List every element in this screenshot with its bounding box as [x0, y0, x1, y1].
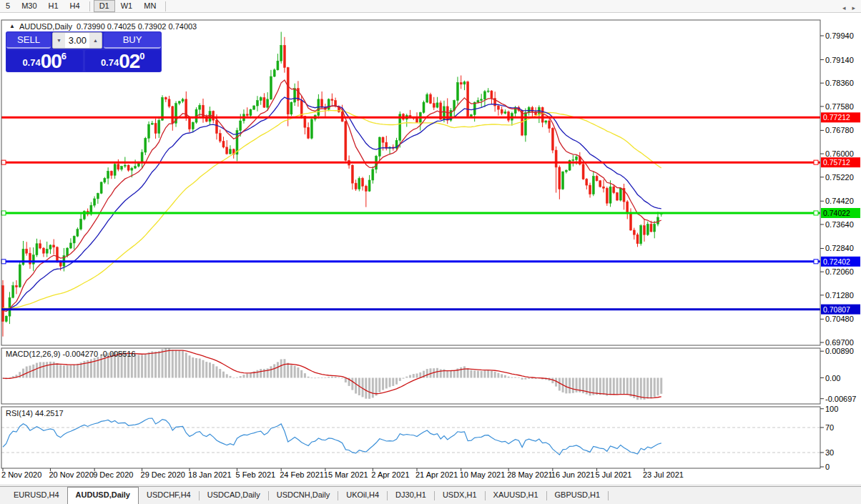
hline-0.74022[interactable]: 0.74022 — [1, 208, 860, 218]
date-axis: 2 Nov 202020 Nov 20209 Dec 202029 Dec 20… — [1, 468, 684, 479]
svg-text:0.77580: 0.77580 — [825, 102, 854, 111]
svg-text:0: 0 — [825, 463, 830, 471]
hline-price-tag-text: 0.72402 — [823, 257, 850, 266]
svg-text:20 Nov 2020: 20 Nov 2020 — [49, 470, 93, 479]
svg-text:0.00: 0.00 — [825, 374, 840, 382]
hline-handle[interactable] — [814, 211, 818, 215]
sell-button[interactable]: SELL — [6, 32, 51, 49]
sell-price-point: 6 — [62, 51, 67, 61]
hline-handle[interactable] — [814, 160, 818, 164]
svg-text:28 May 2021: 28 May 2021 — [507, 470, 553, 479]
rsi-indicator-label: RSI(14) 44.2517 — [6, 409, 64, 417]
svg-text:0.69700: 0.69700 — [825, 338, 854, 347]
hline-handle[interactable] — [814, 260, 818, 264]
svg-text:0.79940: 0.79940 — [825, 31, 854, 40]
svg-text:0.70480: 0.70480 — [825, 315, 854, 323]
svg-text:0.79140: 0.79140 — [825, 56, 854, 64]
chart-canvas[interactable]: 0.772120.757120.740220.724020.708070.799… — [0, 0, 861, 504]
svg-text:0.75220: 0.75220 — [825, 173, 854, 182]
svg-text:0.74420: 0.74420 — [825, 197, 854, 205]
svg-text:16 Jun 2021: 16 Jun 2021 — [551, 470, 595, 479]
hline-price-tag-text: 0.75712 — [823, 158, 850, 167]
sell-price-prefix: 0.74 — [22, 57, 40, 68]
svg-text:21 Apr 2021: 21 Apr 2021 — [415, 470, 458, 479]
volume-spinner: ▼ ▲ — [52, 32, 102, 49]
collapse-panel-icon[interactable]: ▲ — [9, 24, 15, 29]
hline-price-tag-text: 0.77212 — [823, 113, 850, 122]
svg-text:5 Feb 2021: 5 Feb 2021 — [235, 470, 275, 479]
volume-increase-button[interactable]: ▲ — [89, 33, 102, 48]
sell-price-display[interactable]: 0.74006 — [6, 50, 83, 71]
buy-price-point: 0 — [139, 51, 144, 61]
svg-text:0.73640: 0.73640 — [825, 220, 854, 229]
svg-text:100: 100 — [825, 405, 838, 413]
svg-text:29 Dec 2020: 29 Dec 2020 — [141, 470, 185, 479]
hline-0.70807[interactable]: 0.70807 — [1, 305, 860, 315]
svg-text:0.76780: 0.76780 — [825, 126, 854, 134]
sell-price-pips: 00 — [41, 52, 62, 70]
svg-text:0.71280: 0.71280 — [825, 291, 854, 300]
svg-text:30: 30 — [825, 448, 834, 457]
hline-handle[interactable] — [1, 260, 6, 264]
macd-axis: 0.008900.00-0.00697 — [820, 347, 856, 402]
one-click-trading-panel: SELL ▼ ▲ BUY 0.74006 0.74020 — [6, 31, 162, 72]
svg-text:18 Jan 2021: 18 Jan 2021 — [188, 470, 232, 479]
buy-price-display[interactable]: 0.74020 — [85, 50, 162, 71]
volume-decrease-button[interactable]: ▼ — [53, 33, 65, 48]
svg-text:0.00890: 0.00890 — [825, 347, 854, 355]
svg-text:5 Jul 2021: 5 Jul 2021 — [596, 470, 632, 479]
svg-text:15 Mar 2021: 15 Mar 2021 — [324, 470, 368, 479]
svg-text:23 Jul 2021: 23 Jul 2021 — [643, 470, 684, 479]
svg-text:2 Nov 2020: 2 Nov 2020 — [1, 470, 41, 479]
buy-button[interactable]: BUY — [104, 32, 161, 49]
pane-borders — [0, 20, 861, 485]
candlestick-series — [2, 32, 663, 337]
svg-text:2 Apr 2021: 2 Apr 2021 — [371, 470, 409, 479]
hline-price-tag-text: 0.70807 — [823, 305, 850, 314]
volume-input[interactable] — [65, 33, 89, 48]
svg-text:9 Dec 2020: 9 Dec 2020 — [93, 470, 133, 479]
svg-text:0.72060: 0.72060 — [825, 267, 854, 276]
buy-price-pips: 02 — [119, 52, 139, 70]
hline-handle[interactable] — [1, 160, 6, 164]
svg-text:0.76000: 0.76000 — [825, 149, 854, 158]
hline-price-tag-text: 0.74022 — [823, 209, 850, 217]
svg-text:-0.00697: -0.00697 — [825, 395, 856, 403]
hline-0.75712[interactable]: 0.75712 — [1, 157, 860, 167]
mt4-chart-window: 5M30H1H4D1W1MN 0.772120.757120.740220.72… — [0, 0, 861, 504]
svg-text:10 May 2021: 10 May 2021 — [460, 470, 506, 479]
rsi-line — [3, 418, 661, 455]
hline-0.72402[interactable]: 0.72402 — [1, 257, 860, 267]
svg-text:0.72840: 0.72840 — [825, 244, 854, 252]
chart-title-row: ▲ AUDUSD,Daily 0.73990 0.74025 0.73902 0… — [9, 22, 197, 31]
rsi-level-lines — [1, 428, 820, 453]
buy-price-prefix: 0.74 — [101, 57, 119, 68]
svg-text:0.78360: 0.78360 — [825, 79, 854, 87]
svg-text:70: 70 — [825, 423, 834, 432]
hline-handle[interactable] — [1, 211, 6, 215]
rsi-axis: 10070300 — [820, 405, 838, 471]
ma-mid-line — [3, 97, 661, 310]
macd-indicator-label: MACD(12,26,9) -0.004270 -0.005516 — [6, 350, 136, 358]
chart-symbol-title: AUDUSD,Daily 0.73990 0.74025 0.73902 0.7… — [19, 22, 197, 31]
chart-ohlc-values: 0.73990 0.74025 0.73902 0.74003 — [77, 22, 197, 31]
svg-text:24 Feb 2021: 24 Feb 2021 — [280, 470, 324, 479]
price-axis: 0.799400.791400.783600.775800.767800.760… — [820, 31, 854, 347]
